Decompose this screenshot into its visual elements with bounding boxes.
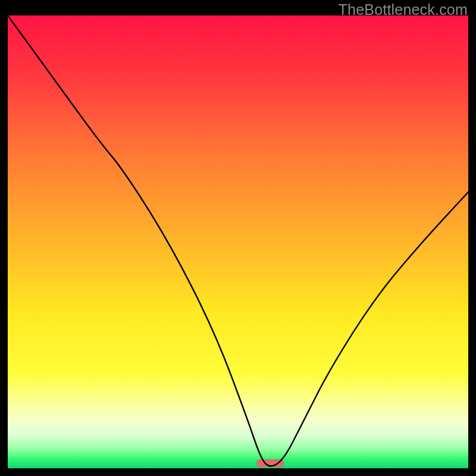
plot-area: [8, 15, 468, 468]
gradient-background: [8, 15, 468, 468]
chart-frame: TheBottleneck.com: [0, 0, 476, 476]
bottleneck-chart-svg: [8, 15, 468, 468]
